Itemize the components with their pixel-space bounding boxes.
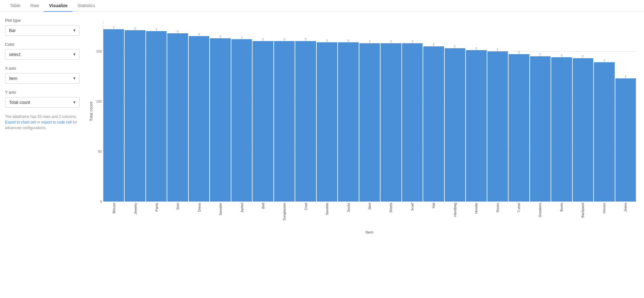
error-bar xyxy=(348,40,348,42)
tab-bar: Table Raw Visualize Statistics xyxy=(0,0,644,12)
error-bar xyxy=(561,55,562,57)
x-label-item: Hat xyxy=(423,202,444,226)
bar-col xyxy=(445,21,465,202)
chart-container: Total count 050100150 BlouseJewelryPants… xyxy=(86,18,639,236)
y-axis-label: Y axis xyxy=(5,90,80,95)
color-label: Color xyxy=(5,42,80,47)
bar xyxy=(509,54,529,202)
y-tick-label: 50 xyxy=(98,150,102,153)
x-label-text: Pants xyxy=(155,203,159,212)
bar xyxy=(551,57,572,202)
error-bar xyxy=(391,41,391,43)
x-label-item: Skirt xyxy=(359,202,380,226)
bar xyxy=(402,43,423,202)
bar xyxy=(103,29,124,202)
bar-col xyxy=(466,21,486,202)
x-label-text: Blouse xyxy=(112,203,116,213)
x-label-text: Shoes xyxy=(496,203,500,212)
x-label-text: Skirt xyxy=(368,203,372,210)
x-label-item: Shirt xyxy=(167,202,188,226)
x-axis-select[interactable]: Item xyxy=(5,73,79,83)
error-bar xyxy=(540,54,540,56)
bar-col xyxy=(295,21,316,202)
x-label-item: Jewelry xyxy=(125,202,146,226)
bar-col xyxy=(253,21,273,202)
bar-col xyxy=(317,21,337,202)
x-axis-select-wrapper[interactable]: Item ▼ xyxy=(5,73,80,84)
x-label-text: Hat xyxy=(432,203,435,208)
export-chart-link[interactable]: Export to chart cell xyxy=(5,120,36,124)
error-bar xyxy=(135,28,135,30)
x-label-text: Jacket xyxy=(240,203,244,213)
bar xyxy=(295,41,316,202)
dataframe-info: The dataframe has 25 rows and 2 columns. xyxy=(5,114,77,119)
error-bar xyxy=(519,52,519,54)
bar-col xyxy=(381,21,401,202)
x-label-text: Shirt xyxy=(176,203,180,210)
bar-col xyxy=(210,21,230,202)
x-label-text: Coat xyxy=(304,203,308,210)
error-bar xyxy=(178,31,178,33)
x-label-text: Sweater xyxy=(219,203,222,215)
y-axis-group: Y axis Total count ▼ xyxy=(5,90,80,108)
x-label-text: Hoodie xyxy=(474,203,478,214)
bar-col xyxy=(125,21,145,202)
bar-col xyxy=(573,21,593,202)
bar xyxy=(317,42,337,202)
bar xyxy=(210,38,230,202)
color-select-wrapper[interactable]: select ▼ xyxy=(5,49,80,60)
x-label-item: Coat xyxy=(295,202,316,226)
error-bar xyxy=(114,27,114,29)
x-label-item: Sandals xyxy=(316,202,338,226)
bar xyxy=(445,48,465,202)
info-section: The dataframe has 25 rows and 2 columns.… xyxy=(5,114,80,131)
bar xyxy=(466,50,486,202)
x-label-item: Backpack xyxy=(572,202,593,226)
bar xyxy=(146,31,167,202)
error-bar xyxy=(433,44,434,46)
x-label-item: Shorts xyxy=(380,202,401,226)
bar-col xyxy=(509,21,529,202)
bar-col xyxy=(189,21,209,202)
x-label-item: Handbag xyxy=(444,202,466,226)
plot-type-select[interactable]: Bar xyxy=(5,26,79,35)
x-label-item: Gloves xyxy=(593,202,614,226)
chart-area: Total count 050100150 BlouseJewelryPants… xyxy=(86,18,639,236)
x-label-item: Belt xyxy=(253,202,274,226)
y-axis-select-wrapper[interactable]: Total count ▼ xyxy=(5,97,80,108)
left-panel: Plot type Bar ▼ Color select ▼ X axis It xyxy=(5,18,80,236)
y-tick-label: 0 xyxy=(100,200,102,203)
tab-visualize[interactable]: Visualize xyxy=(44,0,73,12)
bar xyxy=(381,43,401,202)
bar xyxy=(530,56,551,202)
error-bar xyxy=(327,40,327,42)
x-label-item: Pants xyxy=(146,202,167,226)
bar xyxy=(359,43,380,202)
tab-raw[interactable]: Raw xyxy=(25,0,44,12)
bar-col xyxy=(359,21,380,202)
x-label-item: Jacket xyxy=(231,202,252,226)
x-label-text: Scarf xyxy=(410,203,414,211)
bar xyxy=(189,36,209,202)
bar-col xyxy=(615,21,636,202)
x-label-item: Sunglasses xyxy=(274,202,295,226)
tab-statistics[interactable]: Statistics xyxy=(73,0,100,12)
x-label-text: Boots xyxy=(560,203,563,212)
error-bar xyxy=(242,37,242,39)
tab-table[interactable]: Table xyxy=(5,0,25,12)
x-label-text: Sunglasses xyxy=(282,203,286,221)
y-tick-label: 100 xyxy=(96,100,102,103)
export-code-link[interactable]: export to code cell xyxy=(41,120,72,124)
main-content: Plot type Bar ▼ Color select ▼ X axis It xyxy=(0,12,644,242)
y-tick-label: 150 xyxy=(96,49,102,53)
bar xyxy=(594,62,614,202)
x-label-text: Dress xyxy=(197,203,201,212)
error-bar xyxy=(625,76,626,78)
x-label-item: T-shirt xyxy=(508,202,529,226)
color-select[interactable]: select xyxy=(5,49,79,59)
or-text: or xyxy=(36,120,41,124)
plot-type-select-wrapper[interactable]: Bar ▼ xyxy=(5,25,80,36)
bar-col xyxy=(551,21,572,202)
x-label-item: Socks xyxy=(338,202,359,226)
y-axis-select[interactable]: Total count xyxy=(5,97,79,107)
